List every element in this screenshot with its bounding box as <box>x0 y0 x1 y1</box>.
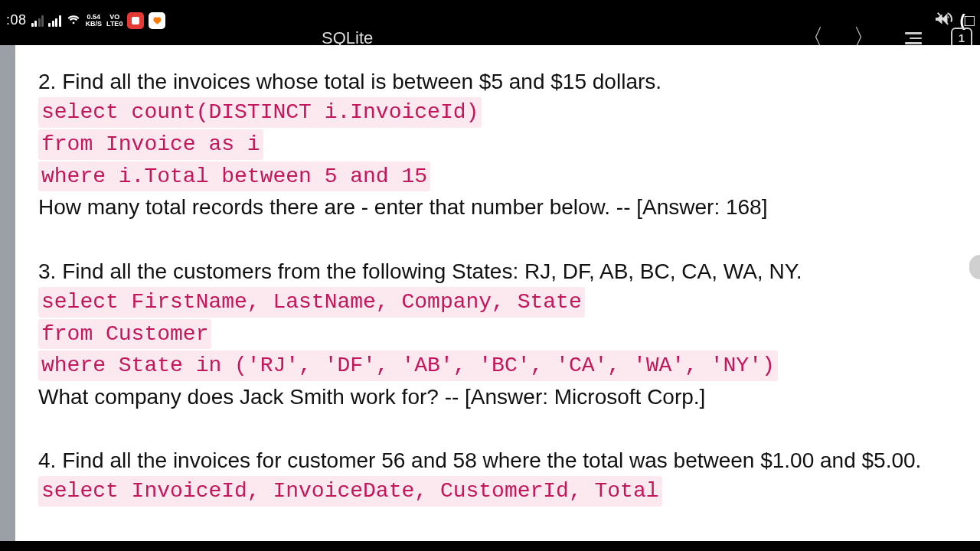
question-3-code: select FirstName, LastName, Company, Sta… <box>38 286 980 382</box>
recording-app-icon <box>127 12 144 29</box>
question-3-block: 3. Find all the customers from the follo… <box>38 256 980 412</box>
question-4-block: 4. Find all the invoices for customer 56… <box>38 445 980 507</box>
question-2-block: 2. Find all the invoices whose total is … <box>38 67 980 223</box>
code-line: select FirstName, LastName, Company, Sta… <box>38 287 585 318</box>
wifi-icon <box>66 11 81 30</box>
code-line: from Invoice as i <box>38 129 263 160</box>
question-3-answer: What company does Jack Smith work for? -… <box>38 382 980 412</box>
code-line: from Customer <box>38 319 211 350</box>
notification-app-icon <box>149 12 165 29</box>
code-line: select InvoiceId, InvoiceDate, CustomerI… <box>38 476 662 507</box>
content-area: 2. Find all the invoices whose total is … <box>0 45 980 541</box>
document-page[interactable]: 2. Find all the invoices whose total is … <box>15 45 980 541</box>
menu-button[interactable] <box>905 32 922 44</box>
question-4-prompt: 4. Find all the invoices for customer 56… <box>38 445 980 475</box>
left-gutter <box>0 45 15 541</box>
signal-sim2-icon <box>48 15 61 27</box>
volte-bottom: LTE0 <box>106 21 122 28</box>
net-speed-unit: KB/S <box>86 21 103 28</box>
signal-sim1-icon <box>31 15 44 27</box>
status-left-cluster: :08 0.54 KB/S VO LTE0 <box>6 11 165 30</box>
device-top-letterbox <box>0 0 980 10</box>
question-2-answer: How many total records there are - enter… <box>38 192 980 222</box>
device-bottom-letterbox <box>0 541 980 551</box>
code-line: select count(DISTINCT i.InvoiceId) <box>38 97 482 128</box>
code-line: where State in ('RJ', 'DF', 'AB', 'BC', … <box>38 350 778 381</box>
clock: :08 <box>6 12 27 28</box>
tab-count: 1 <box>959 31 965 44</box>
question-3-prompt: 3. Find all the customers from the follo… <box>38 256 980 286</box>
code-line: where i.Total between 5 and 15 <box>38 161 430 192</box>
question-4-code: select InvoiceId, InvoiceDate, CustomerI… <box>38 475 980 507</box>
volte-indicator: VO LTE0 <box>106 14 122 28</box>
browser-toolbar: SQLite 〈 〉 1 <box>0 31 980 45</box>
question-2-prompt: 2. Find all the invoices whose total is … <box>38 67 980 96</box>
network-speed-indicator: 0.54 KB/S <box>86 14 103 28</box>
question-2-code: select count(DISTINCT i.InvoiceId) from … <box>38 96 980 192</box>
